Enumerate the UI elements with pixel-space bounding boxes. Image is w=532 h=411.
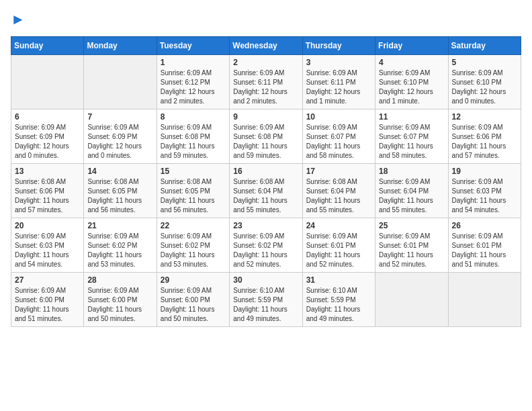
logo: ► [11,11,26,28]
weekday-header-friday: Friday [375,37,448,55]
weekday-header-thursday: Thursday [302,37,375,55]
day-number: 18 [379,167,444,176]
day-info: Sunrise: 6:08 AM Sunset: 6:04 PM Dayligh… [306,177,371,215]
day-number: 15 [161,167,226,176]
day-info: Sunrise: 6:09 AM Sunset: 6:11 PM Dayligh… [306,68,371,106]
calendar-cell: 20Sunrise: 6:09 AM Sunset: 6:03 PM Dayli… [11,218,84,273]
day-number: 29 [161,275,226,285]
calendar-cell: 23Sunrise: 6:09 AM Sunset: 6:02 PM Dayli… [230,218,302,273]
calendar-cell: 16Sunrise: 6:08 AM Sunset: 6:04 PM Dayli… [230,164,302,218]
day-info: Sunrise: 6:08 AM Sunset: 6:04 PM Dayligh… [233,177,298,215]
calendar-cell: 18Sunrise: 6:09 AM Sunset: 6:04 PM Dayli… [375,164,448,218]
day-number: 8 [161,112,226,122]
day-number: 20 [15,221,80,230]
day-info: Sunrise: 6:08 AM Sunset: 6:05 PM Dayligh… [87,177,152,215]
calendar-week-5: 27Sunrise: 6:09 AM Sunset: 6:00 PM Dayli… [11,273,521,327]
day-number: 30 [233,275,298,285]
calendar-cell: 24Sunrise: 6:09 AM Sunset: 6:01 PM Dayli… [302,218,375,273]
day-number: 28 [87,275,152,285]
day-number: 14 [87,167,152,176]
day-info: Sunrise: 6:09 AM Sunset: 6:07 PM Dayligh… [306,123,371,161]
calendar-cell: 2Sunrise: 6:09 AM Sunset: 6:11 PM Daylig… [230,55,302,109]
day-number: 24 [306,221,371,230]
day-info: Sunrise: 6:09 AM Sunset: 6:03 PM Dayligh… [452,177,517,215]
calendar-cell: 13Sunrise: 6:08 AM Sunset: 6:06 PM Dayli… [11,164,84,218]
day-number: 17 [306,167,371,176]
calendar-cell: 30Sunrise: 6:10 AM Sunset: 5:59 PM Dayli… [230,273,302,327]
weekday-header-sunday: Sunday [11,37,84,55]
calendar-cell: 26Sunrise: 6:09 AM Sunset: 6:01 PM Dayli… [448,218,521,273]
day-number: 5 [452,58,517,67]
calendar-cell: 8Sunrise: 6:09 AM Sunset: 6:08 PM Daylig… [157,109,229,164]
day-number: 2 [233,58,298,67]
day-number: 10 [306,112,371,122]
calendar-cell: 25Sunrise: 6:09 AM Sunset: 6:01 PM Dayli… [375,218,448,273]
calendar-cell [11,55,84,109]
calendar-cell: 27Sunrise: 6:09 AM Sunset: 6:00 PM Dayli… [11,273,84,327]
day-info: Sunrise: 6:09 AM Sunset: 6:01 PM Dayligh… [306,232,371,269]
calendar-cell: 3Sunrise: 6:09 AM Sunset: 6:11 PM Daylig… [302,55,375,109]
calendar-week-4: 20Sunrise: 6:09 AM Sunset: 6:03 PM Dayli… [11,218,521,273]
day-info: Sunrise: 6:09 AM Sunset: 6:02 PM Dayligh… [233,232,298,269]
calendar-cell: 22Sunrise: 6:09 AM Sunset: 6:02 PM Dayli… [157,218,229,273]
calendar-cell [84,55,157,109]
calendar-cell: 5Sunrise: 6:09 AM Sunset: 6:10 PM Daylig… [448,55,521,109]
calendar-week-2: 6Sunrise: 6:09 AM Sunset: 6:09 PM Daylig… [11,109,521,164]
day-info: Sunrise: 6:10 AM Sunset: 5:59 PM Dayligh… [233,286,298,324]
calendar-cell: 4Sunrise: 6:09 AM Sunset: 6:10 PM Daylig… [375,55,448,109]
calendar-cell: 14Sunrise: 6:08 AM Sunset: 6:05 PM Dayli… [84,164,157,218]
day-number: 27 [15,275,80,285]
weekday-header-wednesday: Wednesday [230,37,302,55]
day-info: Sunrise: 6:09 AM Sunset: 6:11 PM Dayligh… [233,68,298,106]
weekday-header-saturday: Saturday [448,37,521,55]
day-info: Sunrise: 6:09 AM Sunset: 6:09 PM Dayligh… [87,123,152,161]
day-number: 21 [87,221,152,230]
calendar-cell: 1Sunrise: 6:09 AM Sunset: 6:12 PM Daylig… [157,55,229,109]
calendar-cell: 15Sunrise: 6:08 AM Sunset: 6:05 PM Dayli… [157,164,229,218]
calendar-cell: 17Sunrise: 6:08 AM Sunset: 6:04 PM Dayli… [302,164,375,218]
day-info: Sunrise: 6:09 AM Sunset: 6:01 PM Dayligh… [452,232,517,269]
weekday-header-monday: Monday [84,37,157,55]
day-number: 6 [15,112,80,122]
day-number: 26 [452,221,517,230]
day-info: Sunrise: 6:09 AM Sunset: 6:03 PM Dayligh… [15,232,80,269]
calendar-cell [448,273,521,327]
day-info: Sunrise: 6:09 AM Sunset: 6:02 PM Dayligh… [87,232,152,269]
calendar-cell: 31Sunrise: 6:10 AM Sunset: 5:59 PM Dayli… [302,273,375,327]
day-info: Sunrise: 6:09 AM Sunset: 6:10 PM Dayligh… [452,68,517,106]
calendar-week-3: 13Sunrise: 6:08 AM Sunset: 6:06 PM Dayli… [11,164,521,218]
calendar-cell: 21Sunrise: 6:09 AM Sunset: 6:02 PM Dayli… [84,218,157,273]
day-info: Sunrise: 6:09 AM Sunset: 6:09 PM Dayligh… [15,123,80,161]
calendar-body: 1Sunrise: 6:09 AM Sunset: 6:12 PM Daylig… [11,55,521,327]
day-number: 7 [87,112,152,122]
day-info: Sunrise: 6:09 AM Sunset: 6:10 PM Dayligh… [379,68,444,106]
day-info: Sunrise: 6:08 AM Sunset: 6:06 PM Dayligh… [15,177,80,215]
day-info: Sunrise: 6:09 AM Sunset: 6:07 PM Dayligh… [379,123,444,161]
calendar-cell: 9Sunrise: 6:09 AM Sunset: 6:08 PM Daylig… [230,109,302,164]
day-info: Sunrise: 6:09 AM Sunset: 6:08 PM Dayligh… [161,123,226,161]
calendar-week-1: 1Sunrise: 6:09 AM Sunset: 6:12 PM Daylig… [11,55,521,109]
weekday-header-tuesday: Tuesday [157,37,229,55]
day-number: 4 [379,58,444,67]
day-info: Sunrise: 6:09 AM Sunset: 6:08 PM Dayligh… [233,123,298,161]
day-number: 19 [452,167,517,176]
day-number: 31 [306,275,371,285]
day-info: Sunrise: 6:09 AM Sunset: 6:01 PM Dayligh… [379,232,444,269]
day-number: 1 [161,58,226,67]
calendar-cell: 10Sunrise: 6:09 AM Sunset: 6:07 PM Dayli… [302,109,375,164]
day-info: Sunrise: 6:09 AM Sunset: 6:00 PM Dayligh… [15,286,80,324]
day-number: 11 [379,112,444,122]
calendar-cell: 19Sunrise: 6:09 AM Sunset: 6:03 PM Dayli… [448,164,521,218]
day-info: Sunrise: 6:08 AM Sunset: 6:05 PM Dayligh… [161,177,226,215]
day-info: Sunrise: 6:10 AM Sunset: 5:59 PM Dayligh… [306,286,371,324]
day-number: 13 [15,167,80,176]
day-info: Sunrise: 6:09 AM Sunset: 6:00 PM Dayligh… [87,286,152,324]
day-number: 23 [233,221,298,230]
day-number: 22 [161,221,226,230]
calendar-cell: 29Sunrise: 6:09 AM Sunset: 6:00 PM Dayli… [157,273,229,327]
day-info: Sunrise: 6:09 AM Sunset: 6:00 PM Dayligh… [161,286,226,324]
day-number: 16 [233,167,298,176]
day-number: 3 [306,58,371,67]
day-info: Sunrise: 6:09 AM Sunset: 6:04 PM Dayligh… [379,177,444,215]
logo-bird-icon: ► [11,11,26,28]
